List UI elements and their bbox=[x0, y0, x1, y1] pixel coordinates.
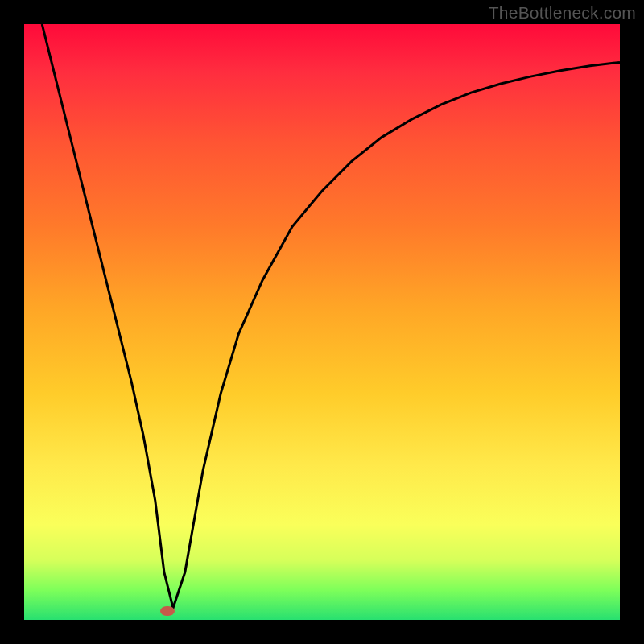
curve-layer bbox=[24, 24, 620, 620]
watermark-text: TheBottleneck.com bbox=[489, 3, 636, 23]
plot-area bbox=[24, 24, 620, 620]
optimal-point-marker bbox=[160, 606, 175, 616]
chart-frame: TheBottleneck.com bbox=[0, 0, 644, 644]
bottleneck-curve bbox=[42, 24, 620, 608]
